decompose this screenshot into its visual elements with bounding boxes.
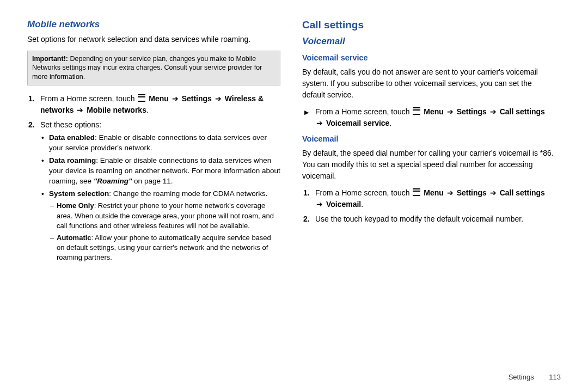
vs-step: From a Home screen, touch Menu ➔ Setting… [315, 106, 555, 129]
arrow-icon: ➔ [447, 107, 454, 116]
right-column: Call settings Voicemail Voicemail servic… [291, 17, 566, 381]
voicemail-service-steps: From a Home screen, touch Menu ➔ Setting… [302, 106, 555, 129]
arrow-icon: ➔ [447, 188, 454, 197]
bullet-data-roaming: Data roaming: Enable or disable connecti… [49, 156, 280, 187]
arrow-icon: ➔ [215, 94, 222, 103]
menu-icon [413, 188, 420, 196]
heading-mobile-networks: Mobile networks [27, 17, 280, 32]
step1-prefix: From a Home screen, touch [40, 94, 137, 103]
arrow-icon: ➔ [172, 94, 179, 103]
step1-mobile: Mobile networks [87, 106, 146, 114]
heading-call-settings: Call settings [302, 17, 555, 33]
vs-voicemail-service: Voicemail service [326, 119, 389, 127]
page: Mobile networks Set options for network … [0, 0, 588, 392]
vm-menu: Menu [424, 188, 444, 197]
period: . [146, 106, 149, 114]
vm-step2-text: Use the touch keypad to modify the defau… [315, 215, 523, 223]
mobile-networks-steps: From a Home screen, touch Menu ➔ Setting… [27, 93, 280, 262]
vm-call-settings: Call settings [500, 188, 545, 197]
period: . [361, 200, 363, 209]
menu-icon [413, 107, 420, 115]
dash-automatic-label: Automatic [57, 234, 91, 242]
footer-section: Settings [509, 373, 534, 381]
heading-voicemail-service: Voicemail service [302, 52, 555, 64]
vm-step1-prefix: From a Home screen, touch [315, 188, 412, 197]
vs-settings: Settings [457, 107, 487, 116]
dash-home-only-label: Home Only [57, 201, 94, 210]
mobile-networks-intro: Set options for network selection and da… [27, 34, 280, 45]
arrow-icon: ➔ [490, 188, 497, 197]
vs-menu: Menu [424, 107, 444, 116]
important-note: Important!: Depending on your service pl… [27, 51, 280, 86]
period: . [389, 119, 391, 127]
dash-automatic: Automatic: Allow your phone to automatic… [57, 233, 280, 263]
step2-bullets: Data enabled: Enable or disable connecti… [40, 133, 280, 262]
arrow-icon: ➔ [316, 119, 323, 127]
page-footer: Settings 113 [509, 373, 561, 381]
menu-icon [138, 94, 145, 102]
voicemail2-text: By default, the speed dial number for ca… [302, 148, 555, 182]
bullet-system-selection-label: System selection [49, 189, 109, 198]
step1-menu: Menu [149, 94, 169, 103]
arrow-icon: ➔ [490, 107, 497, 116]
voicemail-steps: From a Home screen, touch Menu ➔ Setting… [302, 187, 555, 225]
arrow-icon: ➔ [316, 200, 323, 209]
arrow-icon: ➔ [77, 106, 83, 114]
vs-step-prefix: From a Home screen, touch [315, 107, 412, 116]
vm-step-2: Use the touch keypad to modify the defau… [315, 213, 555, 225]
system-selection-dashes: Home Only: Restrict your phone to your h… [49, 201, 280, 262]
left-column: Mobile networks Set options for network … [16, 17, 291, 381]
dash-home-only: Home Only: Restrict your phone to your h… [57, 201, 280, 231]
bullet-data-enabled: Data enabled: Enable or disable connecti… [49, 133, 280, 154]
roaming-ref: "Roaming" [94, 177, 132, 185]
bullet-data-roaming-label: Data roaming [49, 156, 96, 164]
step-2: Set these options: Data enabled: Enable … [40, 119, 280, 262]
important-label: Important!: [32, 55, 68, 63]
step2-text: Set these options: [40, 120, 101, 129]
bullet-system-selection-text: : Change the roaming mode for CDMA netwo… [109, 189, 267, 198]
vm-voicemail: Voicemail [326, 200, 361, 209]
bullet-system-selection: System selection: Change the roaming mod… [49, 189, 280, 263]
step-1: From a Home screen, touch Menu ➔ Setting… [40, 93, 280, 116]
bullet-data-enabled-label: Data enabled [49, 133, 95, 142]
voicemail-service-text: By default, calls you do not answer are … [302, 66, 555, 101]
vm-settings: Settings [457, 188, 487, 197]
bullet-data-roaming-tail: on page 11. [132, 177, 173, 185]
vs-call-settings: Call settings [500, 107, 545, 116]
vm-step-1: From a Home screen, touch Menu ➔ Setting… [315, 187, 555, 210]
heading-voicemail: Voicemail [302, 34, 555, 48]
step1-settings: Settings [182, 94, 212, 103]
heading-voicemail2: Voicemail [302, 133, 555, 145]
footer-page-number: 113 [549, 373, 561, 381]
